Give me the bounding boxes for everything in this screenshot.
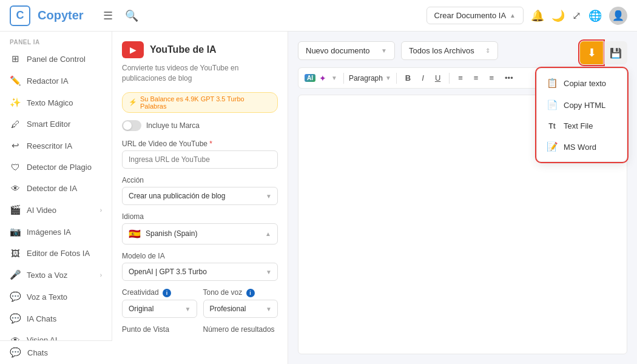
edit-icon: ✏️ <box>10 75 21 86</box>
sidebar-item-label: Reescritor IA <box>27 141 72 150</box>
crear-documento-button[interactable]: Crear Documento IA ▲ <box>426 7 524 24</box>
tono-select[interactable]: Profesional <box>203 300 278 318</box>
ai-badge[interactable]: AI <box>305 74 315 82</box>
magic-chevron-icon: ▼ <box>331 75 337 81</box>
format-divider-3 <box>449 73 450 84</box>
nuevo-documento-label: Nuevo documento <box>306 46 370 55</box>
save-button[interactable]: 💾 <box>604 41 627 64</box>
lightning-icon: ⚡ <box>129 98 137 106</box>
italic-button[interactable]: I <box>418 72 428 84</box>
sidebar-item-label: IA Chats <box>27 314 56 323</box>
tool-description: Convierte tus videos de YouTube en publi… <box>122 63 278 84</box>
idioma-chevron-icon: ▲ <box>265 231 271 237</box>
more-options-button[interactable]: ••• <box>501 72 517 84</box>
underline-button[interactable]: U <box>431 72 444 84</box>
chat-icon: 💬 <box>10 291 21 302</box>
video-icon: 🎬 <box>10 204 21 215</box>
sidebar-item-imagenes-ia[interactable]: 📷 Imágenes IA <box>0 221 112 243</box>
tool-panel: ▶ YouTube de IA Convierte tus videos de … <box>112 32 288 364</box>
align-right-button[interactable]: ≡ <box>485 72 497 84</box>
files-chevron-icon: ⇕ <box>485 47 490 54</box>
text-file-item[interactable]: Tt Text File <box>537 116 627 136</box>
chats-bottom-tab[interactable]: 💬 Chats <box>0 340 112 364</box>
sidebar-item-voz-a-texto[interactable]: 💬 Voz a Texto <box>0 286 112 308</box>
tono-item: Tono de voz i Profesional ▼ <box>203 288 278 318</box>
arrows-icon[interactable]: ⤢ <box>572 9 581 22</box>
shield-icon: 🛡 <box>10 162 21 172</box>
editor-toolbar-top: Nuevo documento ▼ Todos los Archivos ⇕ <box>298 41 627 60</box>
flag-icon: 🇪🇸 <box>129 228 141 240</box>
main-content: ▶ YouTube de IA Convierte tus videos de … <box>112 32 637 364</box>
ms-word-label: MS Word <box>564 143 596 152</box>
accion-select-wrapper: Crear una publicación de blog ▼ <box>122 187 278 205</box>
sidebar-item-detector-plagio[interactable]: 🛡 Detector de Plagio <box>0 157 112 178</box>
chevron-right-icon: › <box>100 207 102 214</box>
photo-icon: 🖼 <box>10 248 21 258</box>
copy-html-item[interactable]: 📄 Copy HTML <box>537 94 627 116</box>
creatividad-info-icon: i <box>163 289 171 297</box>
menu-icon[interactable]: ☰ <box>101 7 115 25</box>
creatividad-label: Creatividad i <box>122 288 197 297</box>
sidebar-item-texto-magico[interactable]: ✨ Texto Mágico <box>0 92 112 113</box>
incluye-marca-label: Incluye tu Marca <box>146 121 200 130</box>
bell-icon[interactable]: 🔔 <box>531 9 544 22</box>
magic-wand-icon[interactable]: ✦ <box>319 73 326 83</box>
header: C Copyter ☰ 🔍 Crear Documento IA ▲ 🔔 🌙 ⤢… <box>0 0 637 32</box>
sidebar-item-smart-editor[interactable]: 🖊 Smart Editor <box>0 113 112 135</box>
sidebar-item-label: Detector de IA <box>27 184 77 193</box>
incluye-marca-row: Incluye tu Marca <box>122 120 278 131</box>
moon-icon[interactable]: 🌙 <box>551 9 565 22</box>
logo-icon: C <box>10 5 30 26</box>
creatividad-select[interactable]: Original <box>122 300 197 318</box>
paragraph-select[interactable]: Paragraph ▼ <box>349 74 391 83</box>
accion-select[interactable]: Crear una publicación de blog <box>122 187 278 205</box>
tono-select-wrapper: Profesional ▼ <box>203 300 278 318</box>
sidebar-item-redactor-ia[interactable]: ✏️ Redactor IA <box>0 70 112 92</box>
save-icon: 💾 <box>610 47 622 59</box>
chats-tab-icon: 💬 <box>10 347 21 358</box>
word-icon: 📝 <box>547 141 558 152</box>
todos-archivos-label: Todos los Archivos <box>409 46 474 55</box>
copy-html-label: Copy HTML <box>564 101 605 110</box>
pen-icon: 🖊 <box>10 119 21 129</box>
format-divider-1 <box>343 73 344 84</box>
modelo-select[interactable]: OpenAI | GPT 3.5 Turbo <box>122 263 278 281</box>
sidebar-item-editor-fotos-ia[interactable]: 🖼 Editor de Fotos IA <box>0 243 112 264</box>
refresh-icon: ↩ <box>10 140 21 151</box>
align-center-button[interactable]: ≡ <box>470 72 482 84</box>
sidebar-item-reescritor-ia[interactable]: ↩ Reescritor IA <box>0 135 112 157</box>
ia-chat-icon: 💬 <box>10 313 21 324</box>
sidebar-item-label: Texto a Voz <box>27 271 67 280</box>
sidebar-item-label: Detector de Plagio <box>27 163 92 172</box>
incluye-marca-toggle[interactable] <box>122 120 141 131</box>
sidebar-item-detector-ia[interactable]: 👁 Detector de IA <box>0 178 112 199</box>
creatividad-tono-row: Creatividad i Original ▼ Tono de voz i <box>122 288 278 318</box>
idioma-text: Spanish (Spain) <box>146 229 260 238</box>
sidebar-item-ai-video[interactable]: 🎬 AI Video › <box>0 199 112 221</box>
todos-archivos-dropdown[interactable]: Todos los Archivos ⇕ <box>401 41 498 60</box>
download-button[interactable]: ⬇ <box>580 41 603 64</box>
sidebar-item-panel-control[interactable]: ⊞ Panel de Control <box>0 48 112 70</box>
nuevo-documento-dropdown[interactable]: Nuevo documento ▼ <box>298 41 395 60</box>
tool-header: ▶ YouTube de IA <box>122 41 278 58</box>
url-input[interactable] <box>122 150 278 169</box>
copiar-texto-item[interactable]: 📋 Copiar texto <box>537 72 627 94</box>
globe-icon[interactable]: 🌐 <box>588 9 602 22</box>
sidebar-item-ia-chats[interactable]: 💬 IA Chats <box>0 308 112 329</box>
search-icon[interactable]: 🔍 <box>123 7 141 25</box>
accion-label: Acción <box>122 176 278 184</box>
para-chevron-icon: ▼ <box>385 75 391 81</box>
format-divider-2 <box>396 73 397 84</box>
avatar[interactable]: 👤 <box>609 7 627 25</box>
modelo-select-wrapper: OpenAI | GPT 3.5 Turbo ▼ <box>122 263 278 281</box>
mic-icon: 🎤 <box>10 269 21 280</box>
grid-icon: ⊞ <box>10 53 21 64</box>
align-left-button[interactable]: ≡ <box>454 72 467 84</box>
idioma-select-wrapper[interactable]: 🇪🇸 Spanish (Spain) ▲ <box>122 223 278 244</box>
numero-resultados-label: Número de resultados <box>203 325 278 334</box>
ms-word-item[interactable]: 📝 MS Word <box>537 136 627 158</box>
idioma-select-inner[interactable]: 🇪🇸 Spanish (Spain) ▲ <box>122 223 278 244</box>
bold-button[interactable]: B <box>402 72 414 84</box>
sidebar-item-texto-a-voz[interactable]: 🎤 Texto a Voz › <box>0 264 112 286</box>
youtube-icon: ▶ <box>122 41 144 58</box>
